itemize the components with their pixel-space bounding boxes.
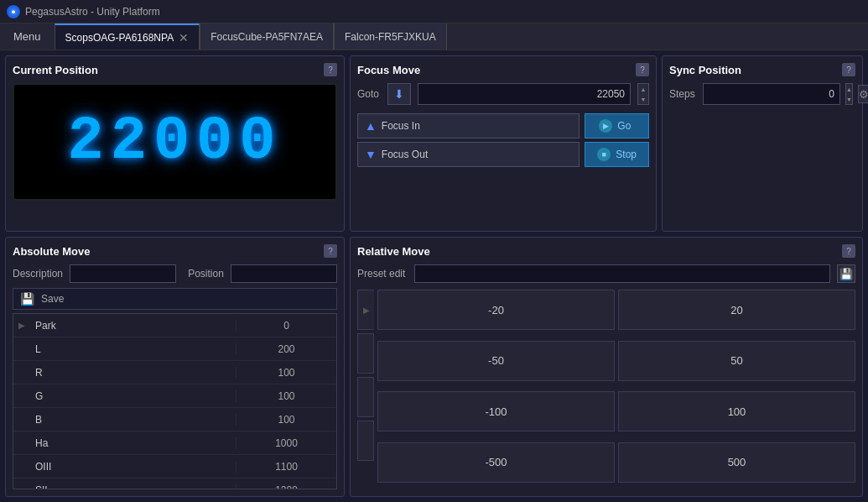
relative-move-help[interactable]: ? (842, 244, 855, 258)
arrow-down-icon: ▼ (365, 148, 377, 161)
steps-label: Steps (669, 88, 698, 100)
preset-value: 200 (236, 343, 336, 355)
goto-spinner[interactable]: ▲ ▼ (637, 83, 649, 105)
menu-button[interactable]: Menu (0, 24, 55, 50)
sync-position-title: Sync Position (669, 64, 741, 76)
gear-icon[interactable]: ⚙ (858, 85, 868, 103)
steps-row: Steps ▲ ▼ ⚙ (669, 83, 855, 105)
position-label: Position (188, 268, 224, 280)
tab-focuscube[interactable]: FocusCube-PA5FN7AEA (200, 24, 334, 50)
focus-move-help[interactable]: ? (636, 63, 649, 76)
go-icon: ▶ (599, 119, 612, 133)
stop-icon: ■ (597, 148, 611, 161)
current-position-header: Current Position ? (13, 63, 337, 76)
spinner-up-icon[interactable]: ▲ (638, 84, 648, 94)
goto-icon: ⬇ (387, 83, 411, 105)
steps-spinner-down[interactable]: ▼ (846, 94, 852, 104)
relative-left-button[interactable]: -20 (377, 290, 615, 330)
current-position-title: Current Position (13, 64, 98, 76)
go-button[interactable]: ▶ Go (585, 113, 649, 139)
sync-position-help[interactable]: ? (842, 63, 855, 76)
desc-pos-row: Description Position (13, 264, 337, 283)
table-row[interactable]: B 100 (13, 408, 336, 431)
preset-name: SII (30, 484, 236, 490)
table-row[interactable]: Ha 1000 (13, 431, 336, 455)
relative-buttons-grid: -2020-5050-100100-500500 (377, 290, 855, 489)
relative-left-button[interactable]: -50 (377, 341, 615, 381)
preset-edit-input[interactable] (414, 264, 830, 283)
preset-value: 100 (236, 414, 336, 426)
relative-right-button[interactable]: 50 (618, 341, 855, 381)
rel-expand-col: ▶ (357, 290, 374, 489)
focus-in-label: Focus In (382, 120, 420, 132)
goto-row: Goto ⬇ ▲ ▼ (357, 83, 649, 105)
sync-position-panel: Sync Position ? Steps ▲ ▼ ⚙ (662, 55, 863, 232)
steps-spinner[interactable]: ▲ ▼ (845, 83, 853, 105)
stop-button[interactable]: ■ Stop (585, 142, 649, 167)
table-row[interactable]: ▶ Park 0 (13, 314, 336, 337)
preset-name: Park (30, 320, 236, 332)
position-input[interactable] (231, 264, 337, 283)
preset-value: 1000 (236, 437, 336, 449)
go-stop-buttons: ▶ Go ■ Stop (585, 113, 649, 167)
preset-name: L (30, 343, 236, 355)
row-expand-icon[interactable]: ▶ (13, 321, 30, 330)
tab-scopsoag[interactable]: ScopsOAG-PA6168NPA ✕ (55, 24, 200, 50)
absolute-move-header: Absolute Move ? (13, 244, 337, 258)
current-position-help[interactable]: ? (324, 63, 337, 76)
go-label: Go (617, 120, 631, 132)
relative-right-button[interactable]: 100 (618, 391, 855, 431)
focus-direction-buttons: ▲ Focus In ▼ Focus Out (357, 113, 580, 167)
table-row[interactable]: R 100 (13, 361, 336, 384)
focus-move-title: Focus Move (357, 64, 420, 76)
preset-value: 100 (236, 367, 336, 379)
tab-label: ScopsOAG-PA6168NPA (65, 32, 174, 44)
focus-out-button[interactable]: ▼ Focus Out (357, 142, 580, 167)
steps-spinner-up[interactable]: ▲ (846, 84, 852, 94)
menu-bar: Menu ScopsOAG-PA6168NPA ✕ FocusCube-PA5F… (0, 24, 868, 50)
table-row[interactable]: L 200 (13, 337, 336, 361)
focus-controls: ▲ Focus In ▼ Focus Out ▶ Go ■ Stop (357, 113, 649, 167)
preset-value: 1200 (236, 484, 336, 490)
preset-edit-label: Preset edit (357, 268, 408, 280)
focus-move-panel: Focus Move ? Goto ⬇ ▲ ▼ ▲ Focus In ▼ Foc… (350, 55, 657, 232)
save-row: 💾 Save (13, 288, 337, 310)
preset-name: R (30, 367, 236, 379)
relative-left-button[interactable]: -100 (377, 391, 615, 431)
table-row[interactable]: G 100 (13, 384, 336, 408)
focus-in-button[interactable]: ▲ Focus In (357, 113, 580, 139)
save-preset-icon[interactable]: 💾 (837, 264, 855, 283)
goto-input[interactable] (418, 83, 631, 105)
app-title: PegasusAstro - Unity Platform (25, 6, 160, 18)
relative-right-button[interactable]: 20 (618, 290, 855, 330)
sync-position-header: Sync Position ? (669, 63, 855, 76)
table-row[interactable]: SII 1200 (13, 478, 336, 489)
table-row[interactable]: OIII 1100 (13, 455, 336, 478)
preset-edit-row: Preset edit 💾 (357, 264, 855, 283)
preset-name: Ha (30, 437, 236, 449)
tab-label: Falcon-FR5FJXKUA (345, 31, 436, 43)
preset-value: 0 (236, 320, 336, 332)
display-screen: 22000 (13, 83, 337, 201)
absolute-move-panel: Absolute Move ? Description Position 💾 S… (5, 237, 345, 497)
steps-input[interactable] (703, 83, 840, 105)
absolute-move-help[interactable]: ? (324, 244, 337, 258)
stop-label: Stop (616, 149, 637, 160)
tab-falcon[interactable]: Falcon-FR5FJXKUA (334, 24, 447, 50)
relative-move-panel: Relative Move ? Preset edit 💾 ▶-2020-505… (350, 237, 863, 497)
rel-expand-icon[interactable]: ▶ (357, 290, 374, 330)
absolute-move-title: Absolute Move (13, 245, 90, 258)
relative-left-button[interactable]: -500 (377, 442, 615, 483)
relative-right-button[interactable]: 500 (618, 442, 855, 483)
relative-move-header: Relative Move ? (357, 244, 855, 258)
spinner-down-icon[interactable]: ▼ (638, 94, 648, 104)
preset-value: 100 (236, 390, 336, 402)
relative-move-title: Relative Move (357, 245, 430, 258)
title-bar: ● PegasusAstro - Unity Platform (0, 0, 868, 24)
tab-close-icon[interactable]: ✕ (179, 32, 189, 44)
description-input[interactable] (70, 264, 176, 283)
save-icon: 💾 (20, 292, 34, 306)
relative-grid-container: ▶-2020-5050-100100-500500 (357, 290, 855, 489)
preset-name: G (30, 390, 236, 402)
app-icon: ● (7, 5, 20, 18)
